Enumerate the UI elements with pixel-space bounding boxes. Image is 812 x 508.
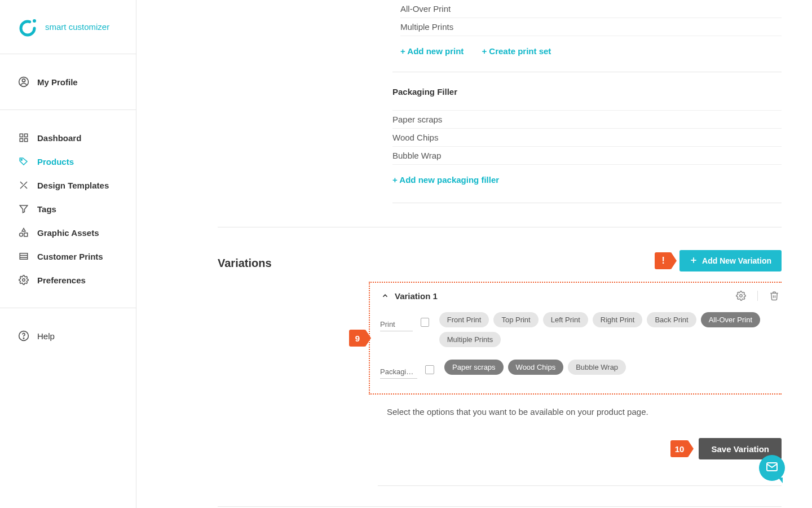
chip-left-print[interactable]: Left Print: [543, 312, 588, 327]
chip-wood-chips[interactable]: Wood Chips: [508, 360, 564, 375]
sidebar-item-my-profile[interactable]: My Profile: [0, 70, 136, 94]
brand-logo-icon: [18, 17, 38, 37]
sidebar-item-design-templates[interactable]: Design Templates: [0, 173, 136, 197]
divider: [757, 291, 758, 301]
chip-bubble-wrap[interactable]: Bubble Wrap: [568, 360, 626, 375]
variations-section: Variations ! Add New Variation 9: [218, 250, 782, 486]
dashboard-icon: [18, 132, 29, 143]
callout-marker-9: 9: [349, 330, 366, 347]
variation-settings-button[interactable]: [736, 291, 746, 301]
svg-point-16: [23, 338, 24, 339]
help-icon: [18, 330, 29, 341]
list-item[interactable]: Wood Chips: [392, 129, 782, 147]
profile-icon: [18, 76, 29, 87]
svg-rect-7: [25, 139, 28, 142]
list-item[interactable]: All-Over Print: [400, 0, 782, 18]
chip-front-print[interactable]: Front Print: [439, 312, 489, 327]
svg-point-1: [33, 19, 36, 23]
print-chips: Front Print Top Print Left Print Right P…: [439, 312, 782, 347]
sidebar-item-preferences[interactable]: Preferences: [0, 268, 136, 292]
variation-header[interactable]: Variation 1: [380, 288, 782, 309]
svg-point-3: [22, 79, 25, 82]
chip-all-over-print[interactable]: All-Over Print: [701, 312, 760, 327]
sidebar-item-label: My Profile: [37, 77, 78, 87]
print-select-all-checkbox[interactable]: [421, 318, 429, 327]
list-item[interactable]: Multiple Prints: [400, 18, 782, 36]
attr-label: Packaging …: [380, 360, 417, 379]
sidebar-item-label: Design Templates: [37, 181, 109, 190]
list-item[interactable]: Bubble Wrap: [392, 147, 782, 165]
main-content: All-Over Print Multiple Prints + Add new…: [136, 0, 812, 508]
svg-point-19: [740, 295, 743, 297]
add-new-print-link[interactable]: + Add new print: [400, 46, 464, 56]
prints-icon: [18, 251, 29, 262]
create-print-set-link[interactable]: + Create print set: [482, 46, 551, 56]
variation-help-text: Select the options that you want to be a…: [387, 407, 782, 417]
svg-point-8: [21, 159, 22, 160]
tag-icon: [18, 156, 29, 167]
chip-multiple-prints[interactable]: Multiple Prints: [439, 332, 501, 347]
chat-fab[interactable]: [759, 455, 785, 481]
nav-profile-section: My Profile: [0, 54, 136, 110]
button-label: Add New Variation: [702, 256, 771, 265]
svg-point-9: [20, 233, 23, 237]
add-new-packaging-filler-link[interactable]: + Add new packaging filler: [392, 175, 499, 185]
variation-packaging-row: Packaging … Paper scraps Wood Chips Bubb…: [380, 356, 782, 388]
brand-name: smart customizer: [45, 22, 109, 32]
sidebar-item-label: Tags: [37, 204, 56, 214]
funnel-icon: [18, 203, 29, 214]
sidebar-item-help[interactable]: Help: [0, 324, 136, 348]
sidebar: smart customizer My Profile Dashboard: [0, 0, 136, 508]
callout-marker-alert: !: [655, 252, 672, 269]
mail-icon: [765, 460, 779, 476]
svg-rect-6: [20, 139, 23, 142]
sidebar-item-label: Graphic Assets: [37, 228, 99, 238]
chip-back-print[interactable]: Back Print: [647, 312, 696, 327]
svg-rect-11: [20, 253, 28, 260]
packaging-filler-section: Packaging Filler Paper scraps Wood Chips…: [392, 72, 782, 209]
svg-rect-10: [24, 233, 28, 237]
svg-rect-4: [20, 134, 23, 137]
plus-icon: [690, 256, 698, 266]
chip-top-print[interactable]: Top Print: [493, 312, 538, 327]
sidebar-item-tags[interactable]: Tags: [0, 197, 136, 221]
sidebar-item-label: Help: [37, 331, 55, 341]
list-item[interactable]: Paper scraps: [392, 110, 782, 129]
add-new-variation-button[interactable]: Add New Variation: [679, 250, 782, 271]
logo[interactable]: smart customizer: [0, 0, 136, 54]
attr-label: Print: [380, 312, 413, 331]
sidebar-item-label: Customer Prints: [37, 252, 103, 261]
sidebar-item-label: Products: [37, 157, 74, 167]
section-heading: Variations: [218, 257, 369, 270]
sidebar-item-customer-prints[interactable]: Customer Prints: [0, 244, 136, 268]
design-icon: [18, 179, 29, 191]
callout-marker-10: 10: [670, 440, 689, 457]
sidebar-item-graphic-assets[interactable]: Graphic Assets: [0, 221, 136, 244]
nav-help-section: Help: [0, 308, 136, 364]
print-options-list: All-Over Print Multiple Prints + Add new…: [400, 0, 782, 60]
packaging-chips: Paper scraps Wood Chips Bubble Wrap: [444, 360, 626, 375]
gear-icon: [18, 274, 29, 286]
sidebar-item-label: Dashboard: [37, 133, 81, 143]
chip-paper-scraps[interactable]: Paper scraps: [444, 360, 504, 375]
svg-point-14: [23, 279, 25, 282]
variation-callout-box: 9 Variation 1: [369, 282, 782, 395]
svg-rect-5: [25, 134, 28, 137]
svg-point-0: [21, 21, 34, 35]
nav-main-section: Dashboard Products Design Templates Tags: [0, 110, 136, 308]
chevron-up-icon: [380, 291, 390, 301]
sidebar-item-products[interactable]: Products: [0, 150, 136, 173]
variation-title: Variation 1: [395, 291, 438, 301]
section-title: Packaging Filler: [392, 87, 782, 97]
variation-print-row: Print Front Print Top Print Left Print R…: [380, 309, 782, 356]
packaging-select-all-checkbox[interactable]: [425, 365, 434, 374]
sidebar-item-dashboard[interactable]: Dashboard: [0, 126, 136, 150]
sidebar-item-label: Preferences: [37, 275, 86, 285]
chip-right-print[interactable]: Right Print: [593, 312, 643, 327]
variation-delete-button[interactable]: [769, 291, 779, 301]
shapes-icon: [18, 227, 29, 238]
chat-tail-icon: [778, 478, 783, 483]
